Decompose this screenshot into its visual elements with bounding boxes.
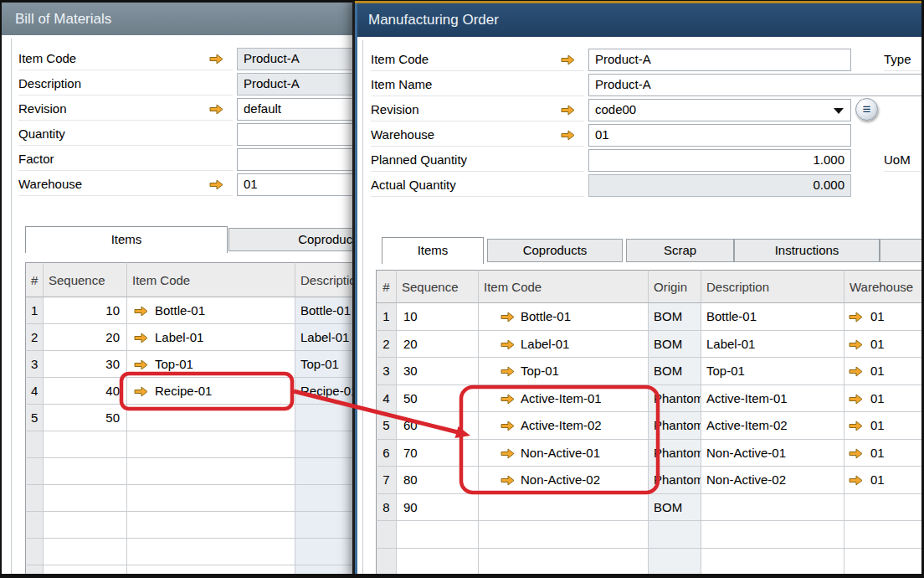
mo-revision-link-arrow-icon[interactable] (561, 105, 575, 116)
mo-cell-origin-row-4[interactable]: Phantom (649, 385, 701, 413)
bom-tab-items[interactable]: Items (25, 226, 228, 253)
mo-cell-origin-row-1[interactable]: BOM (649, 303, 701, 331)
mo-tab-items[interactable]: Items (382, 237, 484, 264)
mo-cell-description-row-4[interactable]: Active-Item-01 (701, 385, 844, 413)
bom-cell-sequence-row-5[interactable]: 50 (44, 405, 127, 431)
mo-cell-item-code-row-3[interactable]: Top-01 (479, 358, 649, 385)
bom-field-factor[interactable] (237, 148, 355, 171)
mo-tab-w[interactable]: W (880, 239, 924, 262)
mo-cell-item-code-row-1[interactable]: Bottle-01 (479, 303, 649, 331)
mo-row-1-item-code-link-arrow-icon[interactable] (501, 312, 515, 323)
mo-cell-description-row-8[interactable] (701, 494, 844, 522)
mo-field-warehouse[interactable]: 01 (588, 124, 851, 147)
mo-row-7-warehouse-link-arrow-icon[interactable] (849, 475, 863, 486)
mo-cell-origin-row-3[interactable]: BOM (649, 358, 701, 385)
mo-cell-warehouse-row-1[interactable]: 01 (844, 303, 923, 331)
mo-cell-origin-row-2[interactable]: BOM (649, 331, 701, 359)
mo-cell-warehouse-row-2[interactable]: 01 (844, 331, 923, 359)
bom-cell-item-code-row-5[interactable] (127, 405, 295, 431)
mo-tab-coproducts[interactable]: Coproducts (487, 239, 623, 262)
mo-cell-description-row-2[interactable]: Label-01 (701, 331, 844, 359)
mo-revision-dropdown-icon[interactable] (834, 108, 844, 114)
bom-row-2-item-code-link-arrow-icon[interactable] (134, 333, 148, 343)
bom-row-1-item-code-link-arrow-icon[interactable] (134, 306, 148, 317)
mo-cell-origin-row-7[interactable]: Phantom (649, 467, 701, 494)
mo-cell-sequence-row-5[interactable]: 60 (397, 412, 479, 440)
mo-row-5-warehouse-link-arrow-icon[interactable] (849, 421, 863, 431)
mo-cell-item-code-row-6[interactable]: Non-Active-01 (479, 440, 649, 467)
bom-cell-item-code-row-2[interactable]: Label-01 (127, 324, 295, 351)
bom-titlebar[interactable]: Bill of Materials (2, 3, 355, 35)
mo-cell-origin-row-6[interactable]: Phantom (649, 440, 701, 467)
mo-cell-item-code-row-4[interactable]: Active-Item-01 (479, 385, 649, 413)
bom-tab-coproducts[interactable]: Coproducts (228, 228, 355, 251)
bom-field-warehouse[interactable]: 01 (237, 173, 355, 196)
mo-cell-sequence-row-3[interactable]: 30 (397, 358, 479, 385)
bom-cell-description-row-3[interactable]: Top-01 (295, 351, 355, 378)
mo-row-2-item-code-link-arrow-icon[interactable] (501, 339, 515, 350)
mo-cell-warehouse-row-5[interactable]: 01 (844, 412, 923, 440)
bom-item-code-link-arrow-icon[interactable] (209, 54, 223, 65)
mo-row-1-warehouse-link-arrow-icon[interactable] (849, 312, 863, 323)
mo-row-6-warehouse-link-arrow-icon[interactable] (849, 448, 863, 459)
mo-cell-warehouse-row-6[interactable]: 01 (844, 440, 923, 467)
bom-cell-item-code-row-4[interactable]: Recipe-01 (127, 378, 295, 405)
mo-row-4-warehouse-link-arrow-icon[interactable] (849, 394, 863, 405)
mo-tab-instructions[interactable]: Instructions (734, 239, 880, 262)
mo-cell-description-row-6[interactable]: Non-Active-01 (701, 440, 844, 467)
bom-field-description[interactable]: Product-A (237, 73, 355, 95)
mo-cell-warehouse-row-4[interactable]: 01 (844, 385, 923, 413)
mo-field-item-name[interactable]: Product-A (588, 74, 922, 96)
mo-cell-sequence-row-6[interactable]: 70 (397, 440, 479, 467)
bom-revision-link-arrow-icon[interactable] (209, 104, 223, 115)
bom-cell-description-row-5[interactable] (295, 405, 355, 431)
mo-titlebar[interactable]: Manufacturing Order (355, 3, 924, 37)
mo-tab-scrap[interactable]: Scrap (626, 239, 734, 262)
mo-cell-warehouse-row-7[interactable]: 01 (844, 467, 923, 494)
mo-cell-description-row-5[interactable]: Active-Item-02 (701, 412, 844, 440)
mo-cell-item-code-row-8[interactable] (479, 494, 649, 522)
mo-row-2-warehouse-link-arrow-icon[interactable] (849, 339, 863, 350)
mo-field-actual-quantity[interactable]: 0.000 (588, 174, 851, 197)
bom-cell-sequence-row-2[interactable]: 20 (44, 324, 127, 351)
mo-cell-description-row-1[interactable]: Bottle-01 (701, 303, 844, 331)
bom-cell-item-code-row-1[interactable]: Bottle-01 (127, 297, 295, 324)
mo-row-3-item-code-link-arrow-icon[interactable] (501, 366, 515, 377)
mo-cell-sequence-row-4[interactable]: 50 (397, 385, 479, 413)
mo-cell-sequence-row-8[interactable]: 90 (397, 494, 479, 522)
bom-cell-sequence-row-3[interactable]: 30 (44, 351, 127, 378)
bom-field-revision[interactable]: default (237, 98, 355, 121)
mo-cell-item-code-row-2[interactable]: Label-01 (479, 331, 649, 359)
mo-row-4-item-code-link-arrow-icon[interactable] (501, 394, 515, 405)
bom-cell-description-row-1[interactable]: Bottle-01 (295, 297, 355, 324)
bom-row-3-item-code-link-arrow-icon[interactable] (134, 359, 148, 370)
mo-cell-origin-row-8[interactable]: BOM (649, 494, 701, 522)
bom-cell-sequence-row-1[interactable]: 10 (44, 297, 127, 324)
mo-cell-item-code-row-7[interactable]: Non-Active-02 (479, 467, 649, 494)
mo-row-7-item-code-link-arrow-icon[interactable] (501, 475, 515, 486)
bom-cell-description-row-4[interactable]: Recipe-01 (295, 378, 355, 405)
mo-row-6-item-code-link-arrow-icon[interactable] (501, 448, 515, 459)
mo-cell-warehouse-row-3[interactable]: 01 (844, 358, 923, 385)
mo-cell-sequence-row-1[interactable]: 10 (397, 303, 479, 331)
bom-warehouse-link-arrow-icon[interactable] (209, 179, 223, 190)
bom-field-quantity[interactable] (237, 123, 355, 146)
mo-item-code-link-arrow-icon[interactable] (561, 54, 575, 65)
bom-field-item-code[interactable]: Product-A (237, 48, 355, 70)
mo-row-3-warehouse-link-arrow-icon[interactable] (849, 366, 863, 377)
bom-row-4-item-code-link-arrow-icon[interactable] (134, 386, 148, 397)
mo-field-planned-quantity[interactable]: 1.000 (588, 149, 851, 172)
mo-cell-sequence-row-7[interactable]: 80 (397, 467, 479, 494)
mo-cell-sequence-row-2[interactable]: 20 (397, 331, 479, 359)
mo-cell-origin-row-5[interactable]: Phantom (649, 412, 701, 440)
mo-field-revision[interactable]: code00 (588, 99, 851, 121)
mo-field-item-code[interactable]: Product-A (588, 49, 851, 71)
bom-cell-item-code-row-3[interactable]: Top-01 (127, 351, 295, 378)
mo-cell-warehouse-row-8[interactable] (844, 494, 923, 522)
mo-warehouse-link-arrow-icon[interactable] (561, 130, 575, 141)
bom-cell-description-row-2[interactable]: Label-01 (295, 324, 355, 351)
mo-form-settings-button[interactable]: ≡ (855, 98, 878, 121)
mo-cell-description-row-3[interactable]: Top-01 (701, 358, 844, 385)
bom-cell-sequence-row-4[interactable]: 40 (44, 378, 127, 405)
mo-cell-description-row-7[interactable]: Non-Active-02 (701, 467, 844, 494)
